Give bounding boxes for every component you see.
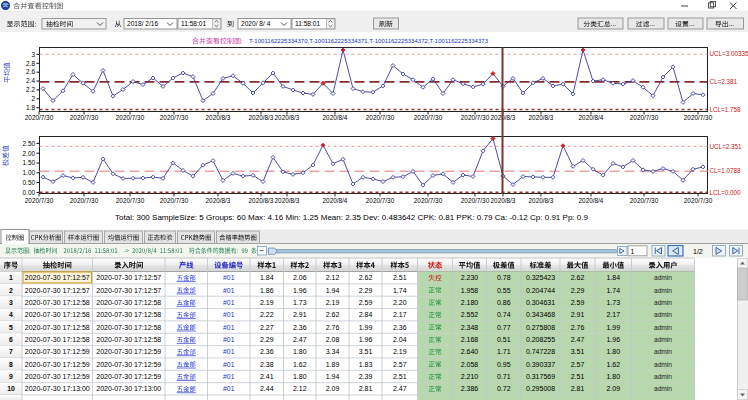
svg-text:2020/8/4: 2020/8/4 xyxy=(323,114,348,121)
svg-text:2020/8/3: 2020/8/3 xyxy=(249,197,274,204)
svg-text:#01: #01 xyxy=(223,324,235,331)
svg-text:2.47: 2.47 xyxy=(293,336,307,343)
svg-text:2020/7/30: 2020/7/30 xyxy=(70,197,99,204)
svg-text:3.34: 3.34 xyxy=(326,348,340,355)
svg-text:1.00: 1.00 xyxy=(23,169,36,176)
svg-text:...: ... xyxy=(611,20,617,27)
svg-text:2.81: 2.81 xyxy=(571,385,585,392)
svg-text:1.84: 1.84 xyxy=(260,274,274,281)
svg-text:1.83: 1.83 xyxy=(359,361,373,368)
svg-text:1.94: 1.94 xyxy=(326,287,340,294)
svg-text:2.57: 2.57 xyxy=(571,361,585,368)
svg-text:2.058: 2.058 xyxy=(461,361,479,368)
svg-text:2.47: 2.47 xyxy=(571,336,585,343)
svg-text:0.86: 0.86 xyxy=(497,299,511,306)
svg-text:2020-07-30 17:12:59: 2020-07-30 17:12:59 xyxy=(96,361,161,368)
svg-text:admin: admin xyxy=(654,361,672,368)
svg-text:1.74: 1.74 xyxy=(393,287,407,294)
svg-text:0.390337: 0.390337 xyxy=(526,361,555,368)
svg-text:2020-07-30 17:12:57: 2020-07-30 17:12:57 xyxy=(25,287,90,294)
svg-text:0.343468: 0.343468 xyxy=(526,311,555,318)
svg-text:1.958: 1.958 xyxy=(461,287,479,294)
svg-text:2020-07-30 17:12:58: 2020-07-30 17:12:58 xyxy=(25,324,90,331)
svg-text:0.747228: 0.747228 xyxy=(526,348,555,355)
svg-text:2020-07-30 17:12:59: 2020-07-30 17:12:59 xyxy=(96,373,161,380)
svg-text:2.36: 2.36 xyxy=(260,348,274,355)
svg-text:2.76: 2.76 xyxy=(571,324,585,331)
svg-text:2.00: 2.00 xyxy=(23,150,36,157)
svg-text:2.19: 2.19 xyxy=(326,299,340,306)
svg-text:2.57: 2.57 xyxy=(393,361,407,368)
svg-text:2020/7/30: 2020/7/30 xyxy=(366,114,395,121)
svg-text:#01: #01 xyxy=(223,274,235,281)
svg-text:1.73: 1.73 xyxy=(293,299,307,306)
svg-text:2.29: 2.29 xyxy=(260,336,274,343)
svg-text:1.8: 1.8 xyxy=(26,104,35,111)
svg-text:2020/7/30: 2020/7/30 xyxy=(160,114,189,121)
svg-text:0.50: 0.50 xyxy=(23,179,36,186)
svg-text:#01: #01 xyxy=(223,299,235,306)
svg-text:2.59: 2.59 xyxy=(571,299,585,306)
svg-text:Total: 300 SampleSize: 5 G: Total: 300 SampleSize: 5 Groups: 60 Max:… xyxy=(115,214,588,222)
svg-text:0.295008: 0.295008 xyxy=(526,385,555,392)
svg-text:2.348: 2.348 xyxy=(461,324,479,331)
svg-text:0.55: 0.55 xyxy=(497,287,511,294)
svg-text:0.72: 0.72 xyxy=(497,385,511,392)
svg-text:LCL=0.000: LCL=0.000 xyxy=(710,189,741,196)
svg-text:2.29: 2.29 xyxy=(359,287,373,294)
svg-text:0.275808: 0.275808 xyxy=(526,324,555,331)
svg-text:2018/ 2/16: 2018/ 2/16 xyxy=(127,20,158,27)
svg-text:2.20: 2.20 xyxy=(393,299,407,306)
svg-text:2020/8/3: 2020/8/3 xyxy=(249,114,274,121)
svg-text:2.62: 2.62 xyxy=(359,274,373,281)
svg-text:0.204744: 0.204744 xyxy=(526,287,555,294)
svg-text:#01: #01 xyxy=(223,348,235,355)
svg-text:2020-07-30 17:12:59: 2020-07-30 17:12:59 xyxy=(25,348,90,355)
svg-text:0.71: 0.71 xyxy=(497,373,511,380)
svg-text:2.59: 2.59 xyxy=(359,299,373,306)
svg-text:2.04: 2.04 xyxy=(393,336,407,343)
svg-text:#01: #01 xyxy=(223,311,235,318)
svg-text:CL=2.381: CL=2.381 xyxy=(710,78,738,85)
svg-text:1/2: 1/2 xyxy=(693,248,703,255)
svg-text:2.51: 2.51 xyxy=(393,274,407,281)
svg-text:1.96: 1.96 xyxy=(359,336,373,343)
svg-text:2020/7/30: 2020/7/30 xyxy=(70,114,99,121)
svg-text:1.80: 1.80 xyxy=(293,348,307,355)
svg-text:2020/7/30: 2020/7/30 xyxy=(461,114,490,121)
svg-text:2.81: 2.81 xyxy=(359,385,373,392)
svg-text:LCL=1.758: LCL=1.758 xyxy=(710,106,741,113)
svg-text:1.50: 1.50 xyxy=(23,159,36,166)
svg-text:0.51: 0.51 xyxy=(497,336,511,343)
svg-text:admin: admin xyxy=(654,274,672,281)
svg-text:#01: #01 xyxy=(223,385,235,392)
svg-text:admin: admin xyxy=(654,373,672,380)
svg-text:11:58:01: 11:58:01 xyxy=(181,20,207,27)
svg-text:2.12: 2.12 xyxy=(293,385,307,392)
svg-text:1.94: 1.94 xyxy=(326,373,340,380)
svg-text:2020/8/3: 2020/8/3 xyxy=(529,197,554,204)
svg-text:2020/8/4: 2020/8/4 xyxy=(323,197,348,204)
svg-text:1.96: 1.96 xyxy=(606,336,620,343)
svg-text:2.39: 2.39 xyxy=(359,373,373,380)
svg-text:2.4: 2.4 xyxy=(26,77,35,84)
svg-text:2020/7/30: 2020/7/30 xyxy=(25,197,54,204)
svg-text:2.50: 2.50 xyxy=(23,140,36,147)
svg-text:10: 10 xyxy=(7,385,15,392)
svg-text:2020/8/4: 2020/8/4 xyxy=(579,114,604,121)
svg-text:2.09: 2.09 xyxy=(606,385,620,392)
svg-text:6: 6 xyxy=(9,336,13,343)
svg-text:1.73: 1.73 xyxy=(606,299,620,306)
svg-text:2020/8/4: 2020/8/4 xyxy=(579,197,604,204)
svg-text:1.62: 1.62 xyxy=(293,361,307,368)
svg-text:1.84: 1.84 xyxy=(606,274,620,281)
svg-text:2020/8/3: 2020/8/3 xyxy=(275,197,300,204)
svg-text:1: 1 xyxy=(631,248,635,255)
svg-text:2.27: 2.27 xyxy=(260,324,274,331)
svg-text:2.36: 2.36 xyxy=(293,324,307,331)
svg-text:1.86: 1.86 xyxy=(260,287,274,294)
svg-text:2020-07-30 17:12:57: 2020-07-30 17:12:57 xyxy=(96,274,161,281)
svg-text:2.19: 2.19 xyxy=(260,299,274,306)
svg-text:2020/8/3: 2020/8/3 xyxy=(529,114,554,121)
svg-text:2.47: 2.47 xyxy=(393,385,407,392)
